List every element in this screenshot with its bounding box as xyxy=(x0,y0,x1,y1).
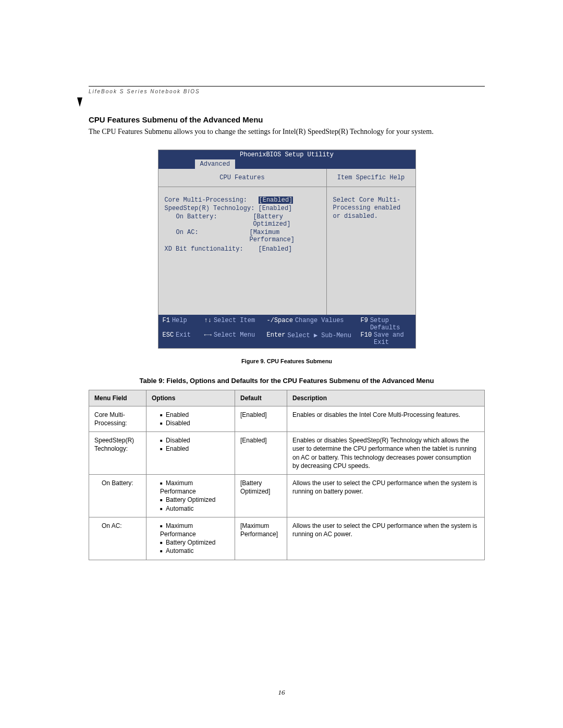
bios-setting-value: [Battery Optimized] xyxy=(253,213,320,228)
bios-setting-value: [Enabled] xyxy=(259,196,293,204)
key-enter: Enter xyxy=(267,331,286,346)
option-item: Disabled xyxy=(160,419,229,427)
bios-screenshot: PhoenixBIOS Setup Utility Advanced CPU F… xyxy=(158,150,416,349)
option-item: Battery Optimized xyxy=(160,538,229,547)
key-updown: ↑↓ xyxy=(204,317,212,331)
cell-default: [Enabled] xyxy=(235,406,287,431)
hint-select-item: Select Item xyxy=(214,317,255,331)
hint-setup-defaults: Setup Defaults xyxy=(370,317,411,331)
bios-setting-row[interactable]: Core Multi-Processing:[Enabled] xyxy=(165,196,320,204)
bios-tabs: Advanced xyxy=(158,159,415,169)
cell-options: DisabledEnabled xyxy=(146,432,235,475)
cell-description: Enables or disables SpeedStep(R) Technol… xyxy=(287,432,485,475)
option-item: Enabled xyxy=(160,411,229,419)
bios-left-pane: CPU Features Core Multi-Processing:[Enab… xyxy=(158,169,327,315)
table-row: Core Multi-Processing:EnabledDisabled[En… xyxy=(89,406,485,431)
th-description: Description xyxy=(287,390,485,406)
cell-menu-field: SpeedStep(R) Technology: xyxy=(89,432,146,475)
bios-setting-row[interactable]: SpeedStep(R) Technology:[Enabled] xyxy=(165,205,320,212)
th-options: Options xyxy=(146,390,235,406)
option-item: Disabled xyxy=(160,436,229,445)
header-mark-icon xyxy=(77,97,82,107)
running-head: LifeBook S Series Notebook BIOS xyxy=(89,89,485,94)
figure-caption: Figure 9. CPU Features Submenu xyxy=(89,358,485,364)
bios-help-pane: Item Specific Help Select Core Multi-Pro… xyxy=(327,169,415,315)
th-menu-field: Menu Field xyxy=(89,390,146,406)
hint-exit: Exit xyxy=(176,331,191,346)
key-f9: F9 xyxy=(361,317,368,331)
cell-description: Enables or disables the Intel Core Multi… xyxy=(287,406,485,431)
key-f10: F10 xyxy=(361,331,372,346)
option-item: Maximum Performance xyxy=(160,479,229,496)
page-number: 16 xyxy=(278,688,285,697)
bios-help-title: Item Specific Help xyxy=(327,169,415,187)
key-f1: F1 xyxy=(163,317,170,331)
bios-setting-value: [Enabled] xyxy=(259,205,292,212)
cell-options: Maximum PerformanceBattery OptimizedAuto… xyxy=(146,517,235,560)
bios-setting-row[interactable]: On AC:[Maximum Performance] xyxy=(165,229,320,243)
hint-help: Help xyxy=(172,317,187,331)
cell-default: [Maximum Performance] xyxy=(235,517,287,560)
option-item: Enabled xyxy=(160,445,229,453)
section-title: CPU Features Submenu of the Advanced Men… xyxy=(89,115,485,124)
key-space: -/Space xyxy=(267,317,293,331)
spec-table: Menu Field Options Default Description C… xyxy=(89,390,485,560)
bios-setting-label: Core Multi-Processing: xyxy=(165,196,259,204)
cell-default: [Battery Optimized] xyxy=(235,475,287,517)
cell-default: [Enabled] xyxy=(235,432,287,475)
bios-tab-advanced[interactable]: Advanced xyxy=(195,159,236,169)
bios-setting-label: On Battery: xyxy=(165,213,253,228)
bios-setting-label: SpeedStep(R) Technology: xyxy=(165,205,259,212)
table-row: On AC:Maximum PerformanceBattery Optimiz… xyxy=(89,517,485,560)
hint-select-submenu: Select ▶ Sub-Menu xyxy=(288,331,351,346)
cell-description: Allows the user to select the CPU perfor… xyxy=(287,475,485,517)
hint-change-values: Change Values xyxy=(295,317,344,331)
table-row: On Battery:Maximum PerformanceBattery Op… xyxy=(89,475,485,517)
bios-title: PhoenixBIOS Setup Utility xyxy=(158,150,415,159)
hint-save-exit: Save and Exit xyxy=(374,331,411,346)
option-item: Automatic xyxy=(160,547,229,555)
bios-setting-label: XD Bit functionality: xyxy=(165,245,259,253)
bios-footer: F1Help ↑↓Select Item -/SpaceChange Value… xyxy=(158,315,415,348)
option-item: Maximum Performance xyxy=(160,522,229,538)
bios-submenu-title: CPU Features xyxy=(158,169,326,187)
cell-menu-field: Core Multi-Processing: xyxy=(89,406,146,431)
bios-setting-value: [Maximum Performance] xyxy=(250,229,320,243)
cell-options: Maximum PerformanceBattery OptimizedAuto… xyxy=(146,475,235,517)
table-title: Table 9: Fields, Options and Defaults fo… xyxy=(89,377,485,385)
table-row: SpeedStep(R) Technology:DisabledEnabled[… xyxy=(89,432,485,475)
cell-menu-field: On Battery: xyxy=(89,475,146,517)
option-item: Battery Optimized xyxy=(160,496,229,504)
key-leftright: ←→ xyxy=(204,331,212,346)
bios-setting-value: [Enabled] xyxy=(259,245,292,253)
section-intro: The CPU Features Submenu allows you to c… xyxy=(89,127,485,137)
cell-description: Allows the user to select the CPU perfor… xyxy=(287,517,485,560)
th-default: Default xyxy=(235,390,287,406)
bios-setting-label: On AC: xyxy=(165,229,250,243)
cell-menu-field: On AC: xyxy=(89,517,146,560)
option-item: Automatic xyxy=(160,504,229,513)
bios-setting-row[interactable]: XD Bit functionality:[Enabled] xyxy=(165,245,320,253)
bios-setting-row[interactable]: On Battery:[Battery Optimized] xyxy=(165,213,320,228)
key-esc: ESC xyxy=(163,331,174,346)
cell-options: EnabledDisabled xyxy=(146,406,235,431)
bios-help-text: Select Core Multi-Processing enabled or … xyxy=(327,187,415,230)
hint-select-menu: Select Menu xyxy=(214,331,255,346)
